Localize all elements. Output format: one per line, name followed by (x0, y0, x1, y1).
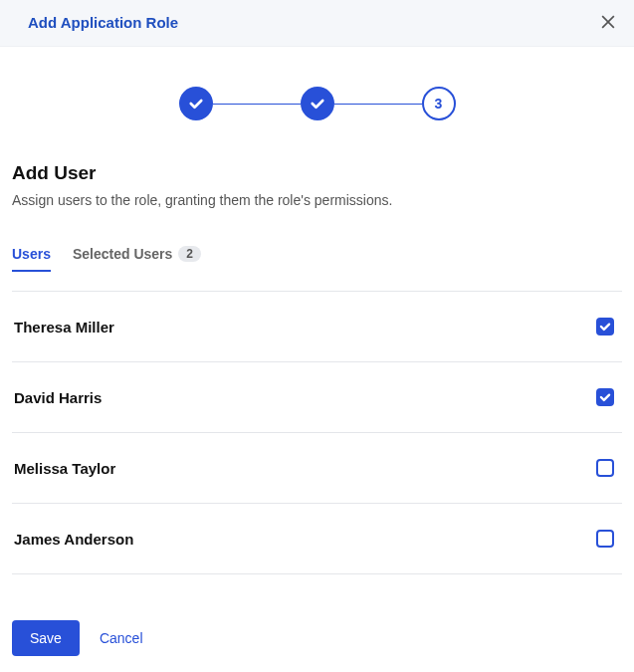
user-checkbox[interactable] (596, 530, 614, 548)
close-icon[interactable] (598, 12, 618, 32)
tab-selected-users-label: Selected Users (73, 246, 172, 262)
user-list: Theresa Miller David Harris Melissa Tayl… (12, 291, 622, 574)
user-row: James Anderson (12, 504, 622, 574)
stepper: 3 (0, 47, 634, 162)
check-icon (598, 320, 612, 334)
selected-count-badge: 2 (178, 246, 201, 262)
user-name: David Harris (14, 389, 102, 406)
user-checkbox[interactable] (596, 388, 614, 406)
tab-users-label: Users (12, 246, 51, 262)
check-icon (187, 95, 205, 112)
user-name: Melissa Taylor (14, 460, 115, 477)
user-row: David Harris (12, 362, 622, 433)
cancel-button[interactable]: Cancel (96, 620, 147, 656)
step-connector (334, 104, 422, 105)
tab-users[interactable]: Users (12, 246, 51, 272)
modal-header: Add Application Role (0, 0, 634, 47)
check-icon (598, 390, 612, 404)
content-area: Add User Assign users to the role, grant… (0, 162, 634, 574)
save-button[interactable]: Save (12, 620, 80, 656)
user-name: Theresa Miller (14, 319, 114, 336)
section-description: Assign users to the role, granting them … (12, 192, 622, 208)
step-connector (213, 104, 301, 105)
footer: Save Cancel (0, 574, 634, 656)
user-checkbox[interactable] (596, 318, 614, 336)
user-row: Melissa Taylor (12, 433, 622, 504)
step-3-label: 3 (435, 96, 443, 112)
step-3: 3 (422, 87, 456, 120)
user-checkbox[interactable] (596, 459, 614, 477)
check-icon (309, 95, 326, 112)
tabs: Users Selected Users 2 (12, 246, 622, 273)
section-title: Add User (12, 162, 622, 184)
tab-selected-users[interactable]: Selected Users 2 (73, 246, 201, 272)
modal-title: Add Application Role (28, 14, 178, 31)
user-row: Theresa Miller (12, 292, 622, 362)
step-1 (179, 87, 213, 120)
user-name: James Anderson (14, 531, 133, 548)
step-2 (301, 87, 334, 120)
